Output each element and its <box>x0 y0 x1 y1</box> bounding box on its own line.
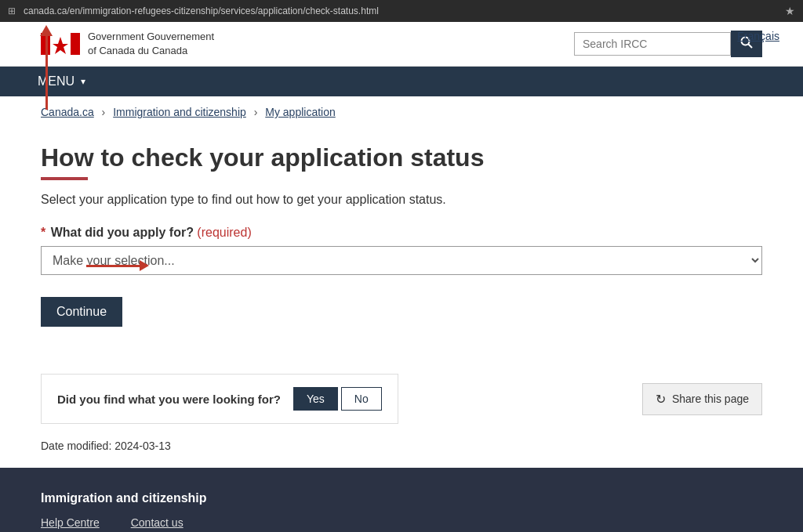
feedback-buttons: Yes No <box>293 387 382 411</box>
browser-url: canada.ca/en/immigration-refugees-citize… <box>24 5 777 16</box>
breadcrumb-link-my-application[interactable]: My application <box>265 106 336 118</box>
form-label: * What did you apply for? (required) <box>41 226 762 240</box>
page-description: Select your application type to find out… <box>41 193 762 207</box>
breadcrumb: Canada.ca › Immigration and citizenship … <box>25 106 778 118</box>
application-type-form-group: * What did you apply for? (required) Mak… <box>41 226 762 275</box>
browser-icon: ⊞ <box>8 5 16 16</box>
share-icon: ↻ <box>656 392 666 407</box>
feedback-yes-button[interactable]: Yes <box>293 387 338 411</box>
title-underline <box>41 177 88 180</box>
feedback-question: Did you find what you were looking for? <box>57 393 281 406</box>
site-footer: Immigration and citizenship Help Centre … <box>0 468 803 532</box>
menu-label: MENU <box>38 74 74 89</box>
breadcrumb-link-immigration[interactable]: Immigration and citizenship <box>113 106 246 118</box>
breadcrumb-separator-1: › <box>102 106 106 118</box>
feedback-box: Did you find what you were looking for? … <box>41 374 398 424</box>
required-text: (required) <box>197 226 251 239</box>
share-label: Share this page <box>672 393 749 405</box>
language-toggle-link[interactable]: Français <box>737 30 779 42</box>
footer-section1-title: Immigration and citizenship <box>41 491 762 505</box>
continue-button[interactable]: Continue <box>41 297 122 327</box>
gov-name: Government Gouvernement of Canada du Can… <box>88 30 214 58</box>
feedback-no-button[interactable]: No <box>341 387 382 411</box>
menu-button[interactable]: MENU ▾ <box>25 67 98 96</box>
page-title: How to check your application status <box>41 143 762 172</box>
main-content: How to check your application status Sel… <box>25 128 778 358</box>
search-area <box>574 31 762 57</box>
bottom-section: Did you find what you were looking for? … <box>25 374 778 424</box>
share-button[interactable]: ↻ Share this page <box>642 383 762 415</box>
logo-area: Government Gouvernement of Canada du Can… <box>41 30 214 58</box>
required-star: * <box>41 226 45 239</box>
application-type-select[interactable]: Make your selection... Visitor visa (tem… <box>41 246 762 275</box>
footer-section1-links: Help Centre Contact us <box>41 516 762 529</box>
svg-line-5 <box>748 44 752 48</box>
breadcrumb-separator-2: › <box>254 106 258 118</box>
nav-bar: MENU ▾ <box>0 67 803 96</box>
footer-help-centre-link[interactable]: Help Centre <box>41 516 100 529</box>
form-label-text: What did you apply for? <box>51 226 194 239</box>
breadcrumb-link-canada[interactable]: Canada.ca <box>41 106 94 118</box>
footer-contact-us-link[interactable]: Contact us <box>131 516 183 529</box>
date-modified: Date modified: 2024-03-13 <box>25 440 778 452</box>
browser-bar: ⊞ canada.ca/en/immigration-refugees-citi… <box>0 0 803 22</box>
search-input[interactable] <box>574 32 731 56</box>
browser-star-icon[interactable]: ★ <box>785 5 795 17</box>
site-header: Français Government Gouvernement of Cana… <box>0 22 803 67</box>
svg-rect-2 <box>71 33 80 55</box>
menu-caret-icon: ▾ <box>81 76 85 87</box>
